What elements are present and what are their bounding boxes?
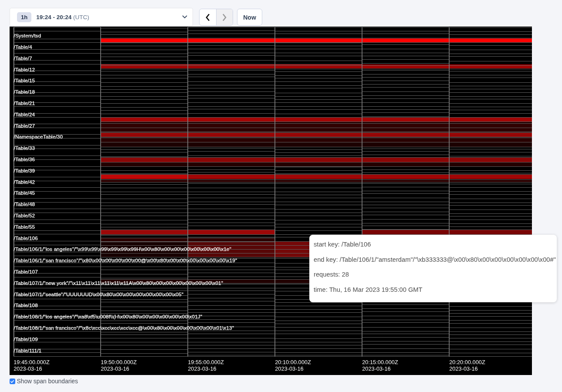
- svg-text:19:50:00.000Z: 19:50:00.000Z: [101, 359, 137, 365]
- svg-text:2023-03-16: 2023-03-16: [14, 365, 42, 372]
- svg-text:20:15:00.000Z: 20:15:00.000Z: [362, 359, 398, 365]
- svg-text:/Table/45: /Table/45: [14, 190, 35, 196]
- svg-text:/Table/7: /Table/7: [14, 55, 32, 61]
- svg-text:/Table/42: /Table/42: [14, 179, 35, 185]
- svg-text:/System/tsd: /System/tsd: [14, 33, 41, 39]
- svg-text:/Table/12: /Table/12: [14, 67, 35, 73]
- svg-text:19:55:00.000Z: 19:55:00.000Z: [188, 359, 224, 365]
- svg-text:2023-03-16: 2023-03-16: [275, 365, 303, 372]
- svg-text:/Table/111/1: /Table/111/1: [14, 348, 42, 354]
- svg-text:/Table/15: /Table/15: [14, 78, 35, 84]
- svg-text:/Table/106/1/"san francisco"/": /Table/106/1/"san francisco"/"\x80\x00\x…: [14, 257, 237, 264]
- svg-text:/Table/55: /Table/55: [14, 224, 35, 230]
- svg-text:19:45:00.000Z: 19:45:00.000Z: [14, 359, 50, 365]
- svg-text:/Table/107: /Table/107: [14, 269, 38, 275]
- svg-text:/Table/4: /Table/4: [14, 44, 32, 50]
- svg-text:2023-03-16: 2023-03-16: [449, 365, 477, 372]
- svg-text:/Table/106: /Table/106: [14, 235, 38, 241]
- svg-text:20:20:00.000Z: 20:20:00.000Z: [449, 359, 485, 365]
- svg-text:/Table/108: /Table/108: [14, 302, 38, 308]
- svg-text:/Table/109: /Table/109: [14, 336, 38, 342]
- svg-text:2023-03-16: 2023-03-16: [188, 365, 216, 372]
- svg-text:/Table/52: /Table/52: [14, 213, 35, 219]
- svg-text:20:10:00.000Z: 20:10:00.000Z: [275, 359, 311, 365]
- svg-text:/Table/27: /Table/27: [14, 123, 35, 129]
- svg-text:/NamespaceTable/30: /NamespaceTable/30: [14, 134, 63, 140]
- svg-text:/Table/39: /Table/39: [14, 168, 35, 174]
- svg-text:/Table/24: /Table/24: [14, 112, 35, 118]
- svg-text:/Table/48: /Table/48: [14, 201, 35, 207]
- svg-text:/Table/108/1/"los angeles"/"\x: /Table/108/1/"los angeles"/"\xa8\xf5\u00…: [14, 314, 203, 320]
- svg-text:/Table/18: /Table/18: [14, 89, 35, 95]
- svg-text:/Table/107/1/"seattle"/"UUUUUU: /Table/107/1/"seattle"/"UUUUUUD\x00\x80\…: [14, 291, 183, 297]
- svg-text:/Table/106/1/"los angeles"/"\x: /Table/106/1/"los angeles"/"\x99\x99\x99…: [14, 246, 231, 252]
- svg-text:/Table/36: /Table/36: [14, 156, 35, 162]
- svg-text:2023-03-16: 2023-03-16: [101, 365, 129, 372]
- svg-text:2023-03-16: 2023-03-16: [362, 365, 390, 372]
- svg-text:/Table/107/1/"new york"/"\x11\: /Table/107/1/"new york"/"\x11\x11\x11\x1…: [14, 280, 223, 286]
- svg-text:/Table/108/1/"san francisco"/": /Table/108/1/"san francisco"/"\x8c\xcc\x…: [14, 325, 234, 331]
- svg-text:/Table/21: /Table/21: [14, 100, 35, 106]
- svg-text:/Table/33: /Table/33: [14, 145, 35, 151]
